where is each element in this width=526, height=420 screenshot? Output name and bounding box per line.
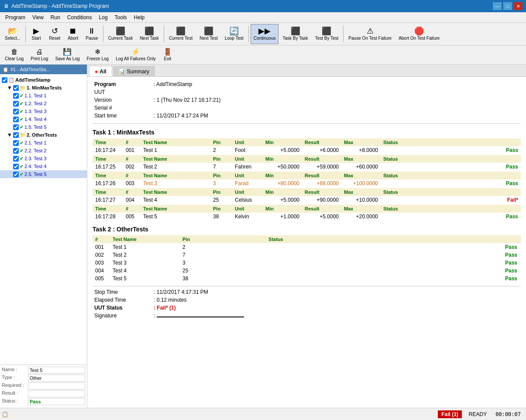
t1-2-checkbox[interactable]	[13, 101, 19, 107]
t1-1-checkbox[interactable]	[13, 93, 19, 99]
left-panel: 📋 #1 - AddTimeSta... 📋 AddTimeStamp ▼ 📁 …	[0, 65, 87, 408]
tree-item-t1-5[interactable]: ✔ 1.5. Test 5	[0, 123, 87, 131]
test-by-test-button[interactable]: ⬛ Test By Test	[312, 24, 342, 44]
menu-run[interactable]: Run	[47, 14, 64, 21]
next-test-button[interactable]: ⬛ Next Test	[196, 24, 221, 44]
t1-5-checkbox[interactable]	[13, 124, 19, 130]
task1-row2-table: Time # Test Name Pin Unit Min Result Max…	[93, 155, 521, 171]
minimize-button[interactable]: —	[493, 2, 502, 10]
tree-item-task1[interactable]: ▼ 📁 1. MinMaxTests	[0, 84, 87, 92]
t2r1-status: Pass	[266, 243, 521, 251]
loop-test-button[interactable]: 🔄 Loop Test	[222, 24, 247, 44]
current-test-label: Current Test	[169, 36, 193, 41]
clear-log-button[interactable]: 🗑 Clear Log	[2, 47, 27, 63]
program-label: Program	[93, 80, 145, 88]
tree-item-t2-1[interactable]: ✔ 2.1. Test 1	[0, 139, 87, 147]
t1-4-label: 1.4. Test 4	[24, 117, 47, 122]
root-checkbox[interactable]	[2, 77, 7, 83]
t2-1-checkbox[interactable]	[13, 140, 19, 146]
t2-th-pin: Pin	[180, 235, 202, 243]
t1r5-status: Pass	[381, 213, 521, 220]
t1r2-time: 16:17:25	[93, 163, 123, 171]
select-button[interactable]: 📂 Select...	[2, 24, 24, 44]
task1-checkbox[interactable]	[13, 85, 19, 91]
print-log-icon: 🖨	[36, 48, 43, 55]
tree-item-t2-3[interactable]: ✔ 2.3. Test 3	[0, 155, 87, 162]
next-task-label: Next Task	[140, 36, 159, 41]
exit-button[interactable]: 🚪 Exit	[160, 47, 175, 63]
tree-item-t1-2[interactable]: ✔ 1.2. Test 2	[0, 100, 87, 107]
tab-summary[interactable]: 📊 Summary	[113, 66, 155, 76]
tab-all[interactable]: ● All	[89, 66, 112, 76]
starttime-label: Start time	[93, 112, 145, 120]
t2-2-checkbox[interactable]	[13, 148, 19, 154]
status-value: Pass	[28, 398, 85, 405]
t2-3-checkbox[interactable]	[13, 156, 19, 162]
t1r5-max: +20.0000	[341, 213, 381, 220]
freeze-log-button[interactable]: ❄ Freeze Log	[84, 47, 112, 63]
t2r2-pin: 7	[180, 251, 202, 259]
tree-item-t2-4[interactable]: ✔ 2.4. Test 4	[0, 162, 87, 170]
stoptime-value: : 11/2/2017 4:17:31 PM	[152, 288, 521, 296]
tab-summary-label: Summary	[127, 69, 149, 75]
uut-value	[152, 88, 521, 96]
tree-item-t1-4[interactable]: ✔ 1.4. Test 4	[0, 115, 87, 123]
reset-label: Reset	[49, 36, 60, 41]
abort-button[interactable]: ⏹ Abort	[64, 24, 82, 44]
menu-log[interactable]: Log	[96, 14, 111, 21]
current-test-button[interactable]: ⬛ Current Test	[166, 24, 196, 44]
task1-col-header-4: Time # Test Name Pin Unit Min Result Max…	[93, 188, 521, 196]
t1-4-checkbox[interactable]	[13, 117, 19, 122]
tree-item-t2-2[interactable]: ✔ 2.2. Test 2	[0, 147, 87, 155]
tree-item-task2[interactable]: ▼ 📁 2. OtherTests	[0, 131, 87, 139]
pause-button[interactable]: ⏸ Pause	[83, 24, 101, 44]
t2-2-icon: ✔	[20, 148, 24, 154]
pause-on-fail-label: Pause On Test Failure	[348, 36, 392, 41]
start-button[interactable]: ▶ Start	[28, 24, 45, 44]
clear-log-icon: 🗑	[11, 48, 18, 55]
menu-conditions[interactable]: Conditions	[64, 14, 96, 21]
task1-col-header-2: Time # Test Name Pin Unit Min Result Max…	[93, 155, 521, 163]
t1r4-time: 16:17:27	[93, 196, 123, 204]
t1r5-time: 16:17:28	[93, 213, 123, 220]
tree-item-t1-1[interactable]: ✔ 1.1. Test 1	[0, 92, 87, 100]
task2-checkbox[interactable]	[13, 132, 19, 138]
result-label: Result :	[2, 390, 28, 397]
tree-item-root[interactable]: 📋 AddTimeStamp	[0, 76, 87, 84]
task-by-task-button[interactable]: ⬛ Task By Task	[279, 24, 311, 44]
tabs-bar: ● All 📊 Summary	[87, 65, 526, 77]
menu-program[interactable]: Program	[2, 14, 29, 21]
menu-tools[interactable]: Tools	[111, 14, 131, 21]
pause-on-fail-button[interactable]: ⚠ Pause On Test Failure	[345, 24, 395, 44]
task2-label: 2. OtherTests	[27, 132, 57, 138]
next-task-button[interactable]: ⬛ Next Task	[137, 24, 162, 44]
task1-data-row-4: 16:17:27 004 Test 4 25 Celsius +5.0000 +…	[93, 196, 521, 204]
t2-5-checkbox[interactable]	[13, 172, 19, 177]
root-label: AddTimeStamp	[15, 77, 50, 83]
log-content[interactable]: Program : AddTimeStamp UUT Version : 1 (…	[87, 77, 526, 408]
menu-help[interactable]: Help	[131, 14, 148, 21]
log-failures-button[interactable]: ⚡ Log All Failures Only	[113, 47, 159, 63]
t1-3-checkbox[interactable]	[13, 109, 19, 114]
properties-area: Name : Test 5 Type : Other Required : Re…	[0, 365, 87, 408]
select-label: Select...	[5, 36, 21, 41]
task2-col-header: # Test Name Pin Status	[93, 235, 521, 243]
abort-on-fail-button[interactable]: 🛑 Abort On Test Failure	[395, 24, 443, 44]
th-min-5: Min	[263, 205, 302, 213]
close-button[interactable]: ✕	[514, 2, 523, 10]
next-test-icon: ⬛	[204, 27, 213, 35]
reset-button[interactable]: ↺ Reset	[46, 24, 63, 44]
save-as-log-button[interactable]: 💾 Save As Log	[52, 47, 83, 63]
t2-5-label: 2.5. Test 5	[24, 172, 47, 177]
print-log-button[interactable]: 🖨 Print Log	[28, 47, 51, 63]
t2r2-num: 002	[93, 251, 110, 259]
t2-4-checkbox[interactable]	[13, 164, 19, 169]
continuous-button[interactable]: ▶▶ Continuous	[251, 24, 279, 44]
tree-item-t2-5[interactable]: ✔ 2.5. Test 5	[0, 170, 87, 178]
task1-col-header-5: Time # Test Name Pin Unit Min Result Max…	[93, 205, 521, 213]
tree-item-t1-3[interactable]: ✔ 1.3. Test 3	[0, 107, 87, 115]
maximize-button[interactable]: □	[503, 2, 512, 10]
menu-view[interactable]: View	[29, 14, 47, 21]
title-bar-controls[interactable]: — □ ✕	[493, 2, 523, 10]
current-task-button[interactable]: ⬛ Current Task	[105, 24, 136, 44]
